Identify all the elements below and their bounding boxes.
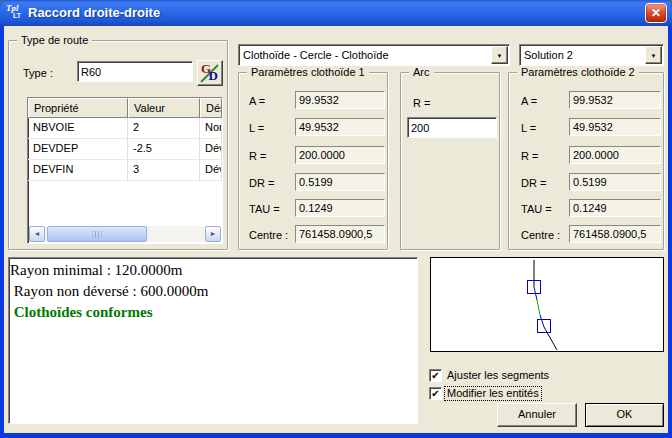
c2-dr-label: DR = (521, 177, 546, 189)
c1-centre-value: 761458.0900,5 (295, 225, 385, 243)
c1-centre-label: Centre : (249, 229, 288, 241)
c2-a-label: A = (521, 95, 537, 107)
close-icon: ✕ (651, 6, 661, 20)
dialog-body: Type de route Type : G D Propriété Valeu… (4, 26, 668, 433)
group-clothoide-2: Paramètres clothoïde 2 A = 99.9532 L = 4… (508, 72, 664, 250)
c2-centre-label: Centre : (521, 229, 560, 241)
scroll-left-button[interactable]: ◄ (29, 226, 45, 242)
group-type-de-route-label: Type de route (17, 34, 92, 46)
column-header-propriete[interactable]: Propriété (28, 98, 128, 118)
gauche-droite-button[interactable]: G D (197, 60, 223, 86)
c2-r-label: R = (521, 150, 538, 162)
c2-l-label: L = (521, 122, 536, 134)
properties-table: Propriété Valeur Dés NBVOIE 2 Non DEVDEP… (27, 97, 223, 244)
scroll-right-icon: ► (210, 230, 217, 237)
group-clothoide-2-label: Paramètres clothoïde 2 (517, 66, 639, 78)
chevron-down-icon: ▼ (497, 53, 503, 59)
c1-a-label: A = (249, 95, 265, 107)
method-combobox-value: Clothoïde - Cercle - Clothoïde (243, 49, 389, 61)
app-icon: Tpl LT (6, 3, 26, 23)
column-header-valeur[interactable]: Valeur (128, 98, 200, 118)
check-icon: ✔ (431, 370, 439, 381)
c1-r-label: R = (249, 150, 266, 162)
messages-panel: Rayon minimal : 120.0000m Rayon non déve… (8, 257, 418, 424)
arc-r-label: R = (413, 97, 430, 109)
preview-panel (430, 257, 664, 352)
c1-a-value: 99.9532 (295, 91, 385, 109)
message-conform: Clothoïdes conformes (10, 302, 416, 323)
title-bar[interactable]: Tpl LT Raccord droite-droite ✕ (0, 0, 672, 26)
group-arc: Arc R = (400, 72, 500, 250)
c2-dr-value: 0.5199 (569, 173, 661, 191)
column-header-designation[interactable]: Dés (200, 98, 222, 118)
solution-combobox[interactable]: Solution 2 ▼ (519, 44, 664, 66)
c2-tau-label: TAU = (521, 203, 552, 215)
c1-tau-value: 0.1249 (295, 199, 385, 217)
close-button[interactable]: ✕ (645, 3, 667, 23)
alignment-preview-diagram (431, 258, 663, 351)
c1-tau-label: TAU = (249, 203, 280, 215)
c2-a-value: 99.9532 (569, 91, 661, 109)
dialog-raccord-droite-droite: Tpl LT Raccord droite-droite ✕ Type de r… (0, 0, 672, 438)
checkbox-modifier-entites-label[interactable]: Modifier les entités (445, 387, 541, 400)
type-label: Type : (23, 67, 53, 79)
method-combobox[interactable]: Clothoïde - Cercle - Clothoïde ▼ (238, 44, 510, 66)
solution-combobox-value: Solution 2 (524, 49, 573, 61)
cancel-button[interactable]: Annuler (497, 403, 577, 427)
c1-l-value: 49.9532 (295, 118, 385, 136)
table-row[interactable]: NBVOIE 2 Non (28, 118, 222, 139)
checkbox-ajuster-segments[interactable]: ✔ (429, 369, 442, 382)
checkbox-modifier-entites[interactable]: ✔ (429, 387, 442, 400)
window-title: Raccord droite-droite (28, 0, 160, 26)
checkbox-ajuster-segments-label[interactable]: Ajuster les segments (445, 369, 551, 382)
group-arc-label: Arc (409, 66, 434, 78)
c2-r-value: 200.0000 (569, 146, 661, 164)
c1-l-label: L = (249, 122, 264, 134)
table-row[interactable]: DEVDEP -2.5 Dév (28, 139, 222, 160)
solution-combobox-arrow[interactable]: ▼ (645, 46, 662, 64)
c1-dr-label: DR = (249, 177, 274, 189)
scrollbar-thumb[interactable] (47, 226, 147, 242)
type-input[interactable] (77, 61, 193, 82)
table-header-row: Propriété Valeur Dés (28, 98, 222, 118)
c1-r-value: 200.0000 (295, 146, 385, 164)
scroll-right-button[interactable]: ► (205, 226, 221, 242)
ok-button[interactable]: OK (585, 403, 664, 427)
c2-l-value: 49.9532 (569, 118, 661, 136)
table-row[interactable]: DEVFIN 3 Dév (28, 160, 222, 181)
method-combobox-arrow[interactable]: ▼ (491, 46, 508, 64)
c2-tau-value: 0.1249 (569, 199, 661, 217)
check-icon: ✔ (431, 388, 439, 399)
c1-dr-value: 0.5199 (295, 173, 385, 191)
arc-r-input[interactable] (407, 117, 497, 138)
group-type-de-route: Type de route Type : G D Propriété Valeu… (8, 40, 228, 250)
scroll-left-icon: ◄ (34, 230, 41, 237)
group-clothoide-1-label: Paramètres clothoïde 1 (247, 66, 369, 78)
chevron-down-icon: ▼ (651, 53, 657, 59)
message-rayon-non-deverse: Rayon non déversé : 600.0000m (10, 281, 416, 302)
horizontal-scrollbar[interactable]: ◄ ► (29, 226, 221, 242)
group-clothoide-1: Paramètres clothoïde 1 A = 99.9532 L = 4… (238, 72, 388, 250)
message-rayon-minimal: Rayon minimal : 120.0000m (10, 260, 416, 281)
c2-centre-value: 761458.0900,5 (569, 225, 661, 243)
